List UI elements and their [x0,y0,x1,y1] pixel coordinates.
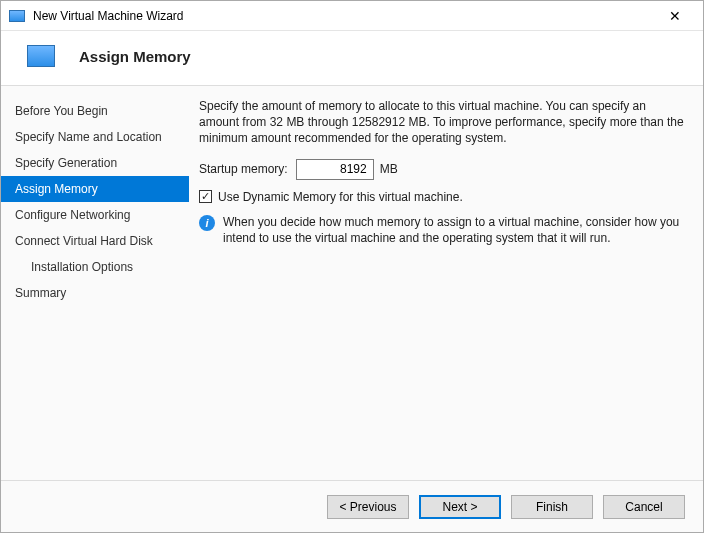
startup-memory-unit: MB [380,162,398,176]
dynamic-memory-label: Use Dynamic Memory for this virtual mach… [218,190,463,204]
step-configure-networking[interactable]: Configure Networking [1,202,189,228]
startup-memory-label: Startup memory: [199,162,288,176]
wizard-content: Specify the amount of memory to allocate… [189,86,703,480]
wizard-body: Before You Begin Specify Name and Locati… [1,86,703,480]
wizard-steps-sidebar: Before You Begin Specify Name and Locati… [1,86,189,480]
wizard-header: Assign Memory [1,31,703,86]
step-specify-name-location[interactable]: Specify Name and Location [1,124,189,150]
previous-button[interactable]: < Previous [327,495,409,519]
next-button[interactable]: Next > [419,495,501,519]
info-row: i When you decide how much memory to ass… [199,214,685,246]
titlebar: New Virtual Machine Wizard ✕ [1,1,703,31]
info-icon: i [199,215,215,231]
finish-button[interactable]: Finish [511,495,593,519]
step-connect-vhd[interactable]: Connect Virtual Hard Disk [1,228,189,254]
step-summary[interactable]: Summary [1,280,189,306]
page-title: Assign Memory [79,48,191,65]
startup-memory-input[interactable] [296,159,374,180]
close-button[interactable]: ✕ [655,5,695,27]
memory-description: Specify the amount of memory to allocate… [199,98,685,147]
wizard-footer: < Previous Next > Finish Cancel [1,480,703,532]
close-icon: ✕ [669,8,681,24]
info-text: When you decide how much memory to assig… [223,214,685,246]
window-title: New Virtual Machine Wizard [33,9,655,23]
startup-memory-row: Startup memory: MB [199,159,685,180]
step-assign-memory[interactable]: Assign Memory [1,176,189,202]
dynamic-memory-row[interactable]: ✓ Use Dynamic Memory for this virtual ma… [199,190,685,204]
wizard-window: New Virtual Machine Wizard ✕ Assign Memo… [0,0,704,533]
dynamic-memory-checkbox[interactable]: ✓ [199,190,212,203]
wizard-icon [27,45,55,67]
step-specify-generation[interactable]: Specify Generation [1,150,189,176]
step-before-you-begin[interactable]: Before You Begin [1,98,189,124]
step-installation-options[interactable]: Installation Options [1,254,189,280]
cancel-button[interactable]: Cancel [603,495,685,519]
app-icon [9,10,25,22]
